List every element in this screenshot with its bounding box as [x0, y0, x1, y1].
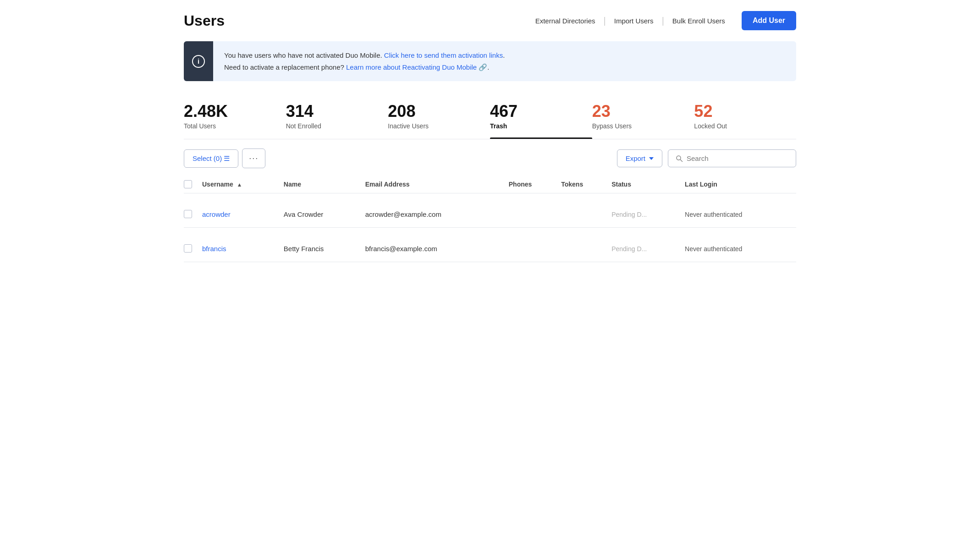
stat-trash-label: Trash [490, 122, 585, 130]
stat-not-enrolled[interactable]: 314 Not Enrolled [286, 96, 388, 139]
select-label: Select (0) ☰ [193, 154, 230, 162]
stat-locked[interactable]: 52 Locked Out [694, 96, 796, 139]
banner-line1-static: You have users who have not activated Du… [224, 51, 382, 59]
spacer-row-1 [184, 193, 796, 201]
row-acrowder-status: Pending D... [611, 201, 685, 228]
stat-inactive[interactable]: 208 Inactive Users [388, 96, 490, 139]
username-link-bfrancis[interactable]: bfrancis [202, 245, 226, 253]
row-acrowder-phones [509, 201, 561, 228]
import-users-link[interactable]: Import Users [606, 17, 662, 25]
col-last-login[interactable]: Last Login [685, 176, 796, 193]
row-checkbox-bfrancis[interactable] [184, 244, 192, 253]
col-username[interactable]: Username ▲ [202, 176, 284, 193]
stat-total-label: Total Users [184, 122, 279, 130]
select-all-checkbox[interactable] [184, 180, 192, 188]
banner-line2-static: Need to activate a replacement phone? [224, 63, 344, 71]
table-row: acrowder Ava Crowder acrowder@example.co… [184, 201, 796, 228]
info-icon: i [192, 55, 205, 68]
row-acrowder-checkbox [184, 201, 202, 228]
col-name[interactable]: Name [284, 176, 365, 193]
banner-line1: You have users who have not activated Du… [224, 50, 505, 61]
search-icon [676, 155, 683, 162]
users-table: Username ▲ Name Email Address Phones Tok… [184, 176, 796, 262]
status-pending-acrowder: Pending D... [611, 211, 647, 218]
row-bfrancis-name: Betty Francis [284, 235, 365, 262]
banner-content: You have users who have not activated Du… [213, 41, 516, 81]
toolbar: Select (0) ☰ ··· Export [184, 139, 796, 176]
info-banner: i You have users who have not activated … [184, 41, 796, 81]
col-checkbox [184, 176, 202, 193]
export-button[interactable]: Export [617, 149, 662, 167]
sort-arrow-icon: ▲ [237, 182, 242, 188]
stat-bypass-number: 23 [592, 103, 687, 120]
stat-not-enrolled-label: Not Enrolled [286, 122, 381, 130]
table-header-row: Username ▲ Name Email Address Phones Tok… [184, 176, 796, 193]
col-status[interactable]: Status [611, 176, 685, 193]
banner-icon-col: i [184, 41, 213, 81]
header: Users External Directories | Import User… [184, 11, 796, 30]
row-bfrancis-username: bfrancis [202, 235, 284, 262]
row-bfrancis-tokens [561, 235, 611, 262]
row-acrowder-last-login: Never authenticated [685, 201, 796, 228]
stats-row: 2.48K Total Users 314 Not Enrolled 208 I… [184, 96, 796, 139]
row-bfrancis-status: Pending D... [611, 235, 685, 262]
stat-locked-label: Locked Out [694, 122, 789, 130]
search-box[interactable] [668, 149, 796, 167]
add-user-button[interactable]: Add User [742, 11, 796, 30]
row-bfrancis-last-login: Never authenticated [685, 235, 796, 262]
reactivating-link[interactable]: Learn more about Reactivating Duo Mobile… [346, 63, 487, 71]
last-login-acrowder: Never authenticated [685, 211, 742, 218]
page-container: Users External Directories | Import User… [169, 0, 811, 273]
svg-line-1 [681, 160, 683, 161]
stat-inactive-label: Inactive Users [388, 122, 483, 130]
toolbar-right: Export [617, 149, 796, 167]
chevron-down-icon [649, 157, 654, 160]
export-label: Export [626, 154, 645, 162]
row-acrowder-tokens [561, 201, 611, 228]
stat-trash-number: 467 [490, 103, 585, 120]
spacer-row-2 [184, 228, 796, 236]
stat-total-number: 2.48K [184, 103, 279, 120]
row-acrowder-name: Ava Crowder [284, 201, 365, 228]
col-tokens[interactable]: Tokens [561, 176, 611, 193]
status-pending-bfrancis: Pending D... [611, 245, 647, 253]
activation-link[interactable]: Click here to send them activation links [384, 51, 503, 59]
bulk-enroll-link[interactable]: Bulk Enroll Users [664, 17, 733, 25]
external-directories-link[interactable]: External Directories [527, 17, 604, 25]
page-title: Users [184, 12, 225, 29]
toolbar-left: Select (0) ☰ ··· [184, 148, 265, 168]
col-email[interactable]: Email Address [365, 176, 509, 193]
table-row: bfrancis Betty Francis bfrancis@example.… [184, 235, 796, 262]
username-link-acrowder[interactable]: acrowder [202, 210, 231, 218]
row-bfrancis-email: bfrancis@example.com [365, 235, 509, 262]
col-username-label: Username [202, 181, 233, 188]
row-checkbox-acrowder[interactable] [184, 210, 192, 218]
stat-bypass-label: Bypass Users [592, 122, 687, 130]
stat-locked-number: 52 [694, 103, 789, 120]
row-acrowder-email: acrowder@example.com [365, 201, 509, 228]
search-input[interactable] [687, 154, 788, 162]
header-actions: External Directories | Import Users | Bu… [527, 11, 796, 30]
stat-bypass[interactable]: 23 Bypass Users [592, 96, 694, 139]
last-login-bfrancis: Never authenticated [685, 245, 742, 253]
stat-inactive-number: 208 [388, 103, 483, 120]
stat-total[interactable]: 2.48K Total Users [184, 96, 286, 139]
banner-line2: Need to activate a replacement phone? Le… [224, 61, 505, 73]
row-bfrancis-checkbox [184, 235, 202, 262]
select-button[interactable]: Select (0) ☰ [184, 149, 238, 168]
stat-trash[interactable]: 467 Trash [490, 96, 592, 139]
stat-not-enrolled-number: 314 [286, 103, 381, 120]
row-acrowder-username: acrowder [202, 201, 284, 228]
more-options-button[interactable]: ··· [242, 148, 265, 168]
svg-point-0 [677, 156, 681, 160]
row-bfrancis-phones [509, 235, 561, 262]
col-phones[interactable]: Phones [509, 176, 561, 193]
